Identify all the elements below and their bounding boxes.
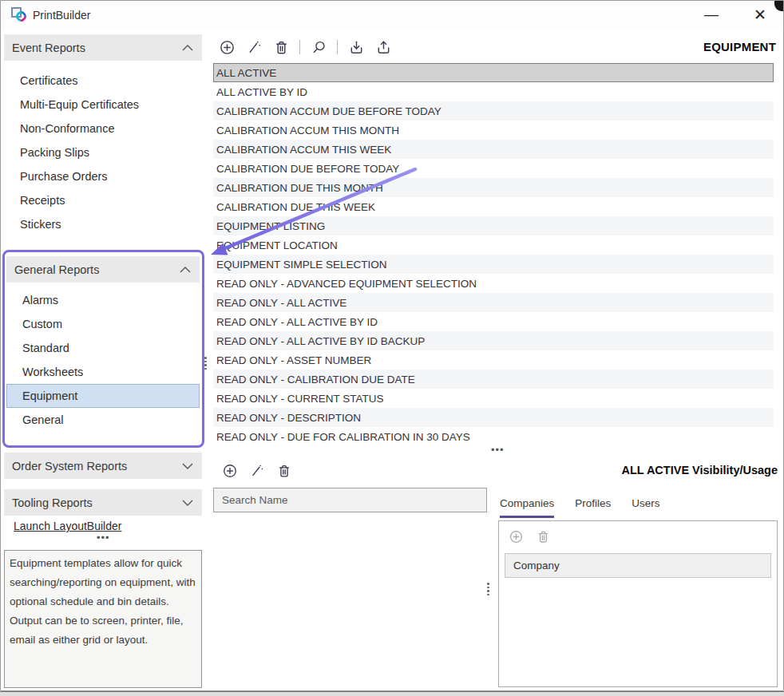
search-name-input[interactable]: Search Name (213, 488, 487, 512)
export-icon[interactable] (374, 38, 392, 56)
sidebar-item[interactable]: Packing Slips (4, 140, 202, 164)
section-header-event-reports[interactable]: Event Reports (4, 34, 202, 61)
desktop-background-strip (0, 691, 784, 696)
sidebar-item[interactable]: General (6, 408, 200, 432)
tab[interactable]: Companies (500, 497, 554, 518)
sidebar-item[interactable]: Receipts (4, 188, 202, 212)
template-row[interactable]: READ ONLY - CURRENT STATUS (213, 389, 774, 408)
template-list: ALL ACTIVEALL ACTIVE BY IDCALIBRATION AC… (213, 63, 774, 446)
template-row[interactable]: CALIBRATION DUE THIS WEEK (213, 197, 774, 216)
vertical-splitter-grip[interactable] (487, 583, 489, 595)
tab[interactable]: Users (632, 497, 659, 518)
section-label: General Reports (14, 263, 99, 276)
company-column-header[interactable]: Company (505, 553, 771, 578)
toolbar-separator (337, 40, 338, 54)
main-panel: EQUIPMENT ALL ACTIVEALL ACTIVE BY IDCALI… (213, 36, 778, 687)
companies-panel: Company (498, 520, 778, 687)
sidebar-splitter-handle[interactable]: ••• (97, 536, 110, 540)
template-row[interactable]: CALIBRATION ACCUM DUE BEFORE TODAY (213, 101, 774, 121)
toolbar-separator (299, 40, 300, 54)
tab[interactable]: Profiles (575, 497, 611, 518)
import-icon[interactable] (347, 38, 365, 56)
template-row[interactable]: READ ONLY - CALIBRATION DUE DATE (213, 370, 774, 389)
category-title: EQUIPMENT (703, 40, 776, 53)
search-placeholder: Search Name (222, 494, 288, 506)
template-row[interactable]: CALIBRATION DUE BEFORE TODAY (213, 159, 774, 178)
template-row[interactable]: EQUIPMENT LOCATION (213, 235, 774, 255)
sidebar-item[interactable]: Custom (6, 312, 200, 336)
sidebar-item[interactable]: Worksheets (6, 360, 200, 384)
delete-icon[interactable] (272, 38, 290, 56)
minimize-button[interactable]: — (693, 1, 730, 28)
template-row[interactable]: READ ONLY - DESCRIPTION (213, 408, 774, 427)
search-icon[interactable] (310, 38, 327, 56)
sidebar-item[interactable]: Stickers (4, 212, 202, 236)
section-header-tooling-reports[interactable]: Tooling Reports (4, 489, 202, 516)
sidebar-item[interactable]: Alarms (6, 288, 200, 312)
template-row[interactable]: READ ONLY - ALL ACTIVE BY ID (213, 312, 774, 331)
section-header-order-system-reports[interactable]: Order System Reports (4, 453, 202, 479)
template-row[interactable]: CALIBRATION ACCUM THIS WEEK (213, 140, 774, 159)
delete-icon[interactable] (534, 528, 552, 545)
template-row[interactable]: CALIBRATION DUE THIS MONTH (213, 178, 774, 197)
chevron-down-icon[interactable] (181, 462, 194, 470)
template-row[interactable]: EQUIPMENT LISTING (213, 216, 774, 235)
companies-toolbar (499, 521, 777, 550)
launch-layoutbuilder-link[interactable]: Launch LayoutBuilder (14, 520, 121, 532)
printbuilder-app-icon (11, 7, 27, 23)
add-icon[interactable] (221, 462, 239, 480)
close-button[interactable]: ✕ (742, 1, 778, 28)
sidebar-item[interactable]: Standard (6, 336, 200, 360)
sidebar-item[interactable]: Equipment (6, 384, 200, 408)
template-row[interactable]: READ ONLY - ALL ACTIVE BY ID BACKUP (213, 331, 774, 350)
horizontal-splitter-handle[interactable]: ••• (491, 448, 505, 453)
section-label: Event Reports (12, 42, 85, 54)
template-row[interactable]: READ ONLY - ASSET NUMBER (213, 350, 774, 370)
template-row[interactable]: READ ONLY - ALL ACTIVE (213, 293, 774, 312)
template-description-text: Equipment templates allow for quick sear… (4, 550, 202, 688)
usage-tabs: CompaniesProfilesUsers (500, 497, 660, 518)
delete-icon[interactable] (275, 462, 293, 480)
chevron-down-icon[interactable] (181, 499, 194, 507)
section-label: Order System Reports (12, 460, 127, 473)
add-icon[interactable] (218, 38, 236, 56)
sidebar: Event Reports CertificatesMulti-Equip Ce… (4, 34, 202, 692)
sidebar-item[interactable]: Multi-Equip Certificates (4, 93, 202, 117)
chevron-up-icon[interactable] (179, 266, 192, 274)
wand-icon[interactable] (248, 462, 266, 480)
template-row[interactable]: READ ONLY - ADVANCED EQUIPMENT SELECTION (213, 274, 774, 293)
search-toolbar (221, 461, 293, 481)
printbuilder-window: PrintBuilder — ✕ Event Reports Certifica… (0, 0, 784, 691)
section-label: Tooling Reports (12, 496, 93, 509)
vertical-splitter-grip[interactable] (204, 357, 207, 370)
section-header-general-reports[interactable]: General Reports (6, 256, 200, 283)
event-reports-items: CertificatesMulti-Equip CertificatesNon-… (4, 69, 202, 236)
template-row[interactable]: ALL ACTIVE (213, 63, 774, 82)
title-bar: PrintBuilder — ✕ (1, 1, 783, 30)
template-row[interactable]: ALL ACTIVE BY ID (213, 82, 774, 101)
template-row[interactable]: CALIBRATION ACCUM THIS MONTH (213, 121, 774, 140)
sidebar-item[interactable]: Purchase Orders (4, 164, 202, 188)
window-title: PrintBuilder (33, 9, 90, 22)
chevron-up-icon[interactable] (181, 44, 194, 52)
visibility-usage-title: ALL ACTIVE Visibility/Usage (621, 464, 778, 477)
add-icon[interactable] (507, 528, 525, 545)
template-toolbar (218, 36, 392, 58)
general-reports-items: AlarmsCustomStandardWorksheetsEquipmentG… (6, 288, 200, 432)
template-row[interactable]: EQUIPMENT SIMPLE SELECTION (213, 255, 774, 274)
wand-icon[interactable] (245, 38, 263, 56)
sidebar-item[interactable]: Certificates (4, 69, 202, 93)
sidebar-item[interactable]: Non-Conformance (4, 117, 202, 140)
